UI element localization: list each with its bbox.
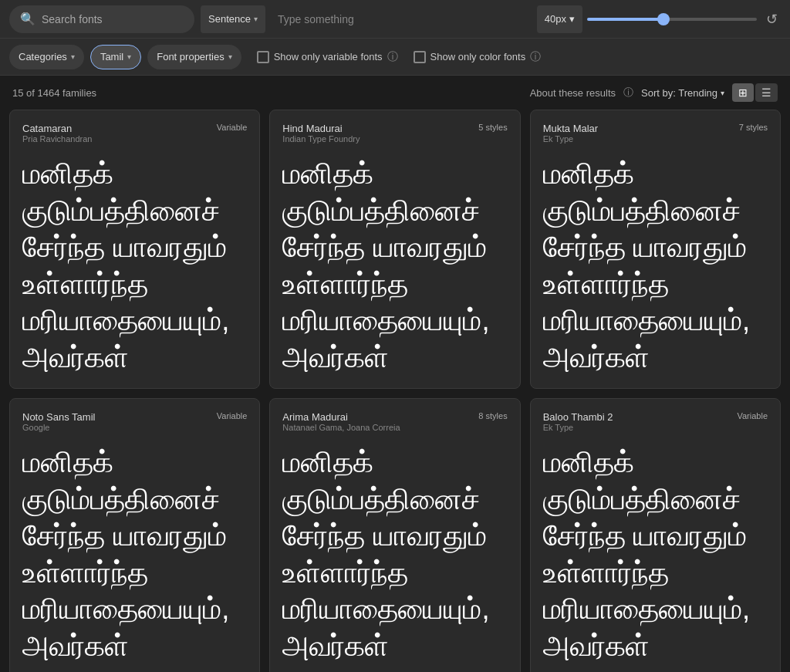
font-badge: 7 styles xyxy=(739,123,768,132)
font-author: Pria Ravichandran xyxy=(22,134,93,144)
grid-view-button[interactable]: ⊞ xyxy=(732,83,754,102)
font-properties-chevron-icon: ▾ xyxy=(228,52,232,61)
sentence-label: Sentence xyxy=(208,13,251,25)
font-badge: 5 styles xyxy=(478,123,507,132)
font-properties-filter[interactable]: Font properties ▾ xyxy=(147,45,241,69)
sentence-chevron-icon: ▾ xyxy=(254,15,258,23)
font-card-header: Noto Sans Tamil Google Variable xyxy=(22,411,247,441)
font-preview: மனிதக் குடும்பத்தினைச் சேர்ந்த யாவரதும் … xyxy=(282,156,507,376)
size-area: 40px ▾ xyxy=(537,5,757,33)
font-preview: மனிதக் குடும்பத்தினைச் சேர்ந்த யாவரதும் … xyxy=(22,444,247,664)
font-name: Noto Sans Tamil xyxy=(22,411,95,423)
color-fonts-checkbox[interactable] xyxy=(414,51,426,63)
font-preview: மனிதக் குடும்பத்தினைச் சேர்ந்த யாவரதும் … xyxy=(543,444,768,664)
font-preview: மனிதக் குடும்பத்தினைச் சேர்ந்த யாவரதும் … xyxy=(543,156,768,376)
refresh-button[interactable]: ↺ xyxy=(763,8,781,31)
about-info-icon[interactable]: ⓘ xyxy=(623,86,633,100)
font-name: Hind Madurai xyxy=(282,123,360,134)
results-right: About these results ⓘ Sort by: Trending … xyxy=(530,83,778,102)
categories-chevron-icon: ▾ xyxy=(71,52,75,61)
font-author: Ek Type xyxy=(543,423,613,432)
font-card-header: Catamaran Pria Ravichandran Variable xyxy=(22,123,247,153)
variable-fonts-checkbox[interactable] xyxy=(257,51,269,63)
font-author: Google xyxy=(22,423,95,432)
font-card[interactable]: Noto Sans Tamil Google Variable மனிதக் க… xyxy=(9,398,260,672)
font-author: Indian Type Foundry xyxy=(282,134,360,144)
filter-bar: Categories ▾ Tamil ▾ Font properties ▾ S… xyxy=(0,39,790,76)
font-badge: 8 styles xyxy=(478,411,507,420)
font-card-header: Baloo Thambi 2 Ek Type Variable xyxy=(543,411,768,441)
variable-fonts-label[interactable]: Show only variable fonts xyxy=(257,51,383,63)
sentence-button[interactable]: Sentence ▾ xyxy=(201,5,265,33)
size-chevron-icon: ▾ xyxy=(569,13,575,25)
top-bar: 🔍 Sentence ▾ 40px ▾ ↺ xyxy=(0,0,790,39)
font-badge: Variable xyxy=(217,411,248,420)
font-name: Mukta Malar xyxy=(543,123,599,134)
font-card[interactable]: Catamaran Pria Ravichandran Variable மனி… xyxy=(9,110,260,389)
size-label: 40px xyxy=(545,13,566,25)
font-name: Catamaran xyxy=(22,123,93,134)
font-author: Ek Type xyxy=(543,134,599,144)
size-slider-track[interactable] xyxy=(587,18,757,21)
font-name: Arima Madurai xyxy=(282,411,400,423)
about-results[interactable]: About these results xyxy=(530,87,616,99)
categories-label: Categories xyxy=(19,51,67,62)
sort-chevron-icon: ▾ xyxy=(721,89,724,97)
font-author: Natanael Gama, Joana Correia xyxy=(282,423,400,432)
results-bar: 15 of 1464 families About these results … xyxy=(0,76,790,110)
refresh-icon: ↺ xyxy=(766,12,778,27)
color-fonts-info-icon[interactable]: ⓘ xyxy=(530,50,541,64)
size-slider-thumb[interactable] xyxy=(657,13,670,25)
search-area: 🔍 xyxy=(9,5,194,33)
variable-fonts-info-icon[interactable]: ⓘ xyxy=(387,50,398,64)
font-card[interactable]: Arima Madurai Natanael Gama, Joana Corre… xyxy=(269,398,520,672)
list-view-button[interactable]: ☰ xyxy=(755,83,778,102)
font-properties-label: Font properties xyxy=(157,51,224,62)
font-card[interactable]: Hind Madurai Indian Type Foundry 5 style… xyxy=(269,110,520,389)
size-button[interactable]: 40px ▾ xyxy=(537,5,582,33)
font-badge: Variable xyxy=(217,123,248,132)
tamil-label: Tamil xyxy=(100,51,123,62)
search-input[interactable] xyxy=(42,13,165,25)
categories-filter[interactable]: Categories ▾ xyxy=(9,45,84,69)
preview-text-input[interactable] xyxy=(272,5,531,33)
sort-label: Sort by: Trending xyxy=(641,87,717,99)
font-name: Baloo Thambi 2 xyxy=(543,411,613,423)
color-fonts-group: Show only color fonts ⓘ xyxy=(414,50,542,64)
font-preview: மனிதக் குடும்பத்தினைச் சேர்ந்த யாவரதும் … xyxy=(22,156,247,376)
font-card[interactable]: Mukta Malar Ek Type 7 styles மனிதக் குடு… xyxy=(530,110,781,389)
font-grid: Catamaran Pria Ravichandran Variable மனி… xyxy=(0,110,790,672)
tamil-filter[interactable]: Tamil ▾ xyxy=(90,45,141,69)
variable-fonts-group: Show only variable fonts ⓘ xyxy=(257,50,398,64)
sort-button[interactable]: Sort by: Trending ▾ xyxy=(641,87,724,99)
search-icon: 🔍 xyxy=(20,12,35,26)
font-card-header: Mukta Malar Ek Type 7 styles xyxy=(543,123,768,153)
font-card-header: Arima Madurai Natanael Gama, Joana Corre… xyxy=(282,411,507,441)
color-fonts-label[interactable]: Show only color fonts xyxy=(414,51,526,63)
tamil-chevron-icon: ▾ xyxy=(127,52,131,61)
font-card-header: Hind Madurai Indian Type Foundry 5 style… xyxy=(282,123,507,153)
results-count: 15 of 1464 families xyxy=(12,87,96,99)
font-preview: மனிதக் குடும்பத்தினைச் சேர்ந்த யாவரதும் … xyxy=(282,444,507,664)
view-toggle: ⊞ ☰ xyxy=(732,83,778,102)
font-card[interactable]: Baloo Thambi 2 Ek Type Variable மனிதக் க… xyxy=(530,398,781,672)
font-badge: Variable xyxy=(737,411,768,420)
